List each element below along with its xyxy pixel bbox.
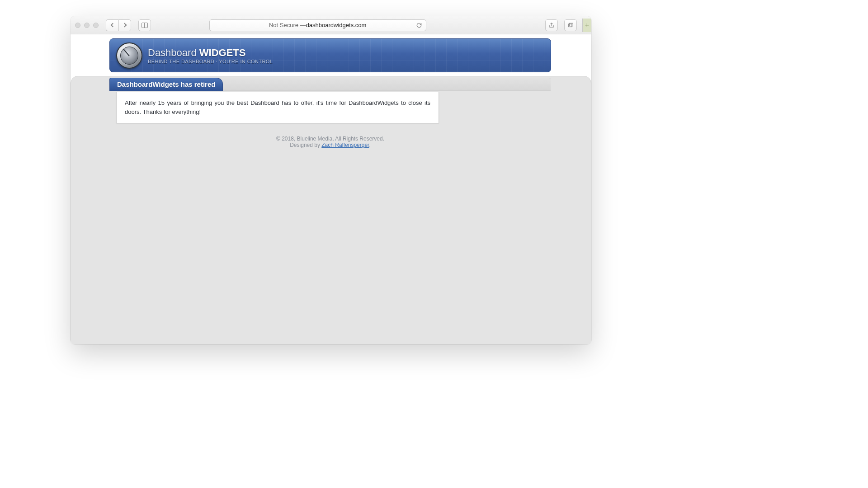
- brand-title-bold: WIDGETS: [199, 47, 246, 58]
- browser-window: Not Secure — dashboardwidgets.com +: [71, 16, 591, 344]
- section-heading: DashboardWidgets has retired: [109, 78, 223, 91]
- chevron-left-icon: [111, 23, 115, 28]
- toolbar-right: +: [542, 19, 587, 32]
- site-banner: Dashboard WIDGETS BEHIND THE DASHBOARD ·…: [109, 38, 551, 72]
- sidebar-icon: [142, 23, 148, 28]
- credit-prefix: Designed by: [290, 142, 321, 148]
- zoom-window-button[interactable]: [93, 23, 99, 28]
- share-icon: [548, 22, 555, 28]
- content-panel: DashboardWidgets has retired After nearl…: [71, 76, 591, 344]
- chevron-right-icon: [122, 23, 127, 28]
- content-inner: DashboardWidgets has retired After nearl…: [110, 78, 551, 344]
- section-heading-bar: DashboardWidgets has retired: [110, 78, 551, 91]
- address-security-label: Not Secure —: [269, 22, 306, 28]
- svg-rect-1: [570, 23, 573, 26]
- reload-button[interactable]: [416, 22, 422, 28]
- svg-rect-0: [568, 24, 572, 27]
- address-bar[interactable]: Not Secure — dashboardwidgets.com: [209, 19, 426, 31]
- designer-link[interactable]: Zach Raffensperger: [321, 142, 369, 148]
- close-window-button[interactable]: [75, 23, 80, 28]
- new-tab-button[interactable]: +: [582, 19, 591, 32]
- credit-suffix: .: [369, 142, 370, 148]
- credit-line: Designed by Zach Raffensperger.: [110, 142, 551, 148]
- brand-text: Dashboard WIDGETS BEHIND THE DASHBOARD ·…: [148, 47, 273, 64]
- titlebar: Not Secure — dashboardwidgets.com +: [71, 16, 591, 34]
- brand-title-light: Dashboard: [148, 47, 199, 58]
- brand-title: Dashboard WIDGETS: [148, 47, 273, 59]
- page-viewport: Dashboard WIDGETS BEHIND THE DASHBOARD ·…: [71, 34, 591, 344]
- address-domain: dashboardwidgets.com: [306, 22, 367, 28]
- gauge-logo-icon: [116, 42, 142, 69]
- share-button[interactable]: [545, 19, 558, 31]
- retirement-message: After nearly 15 years of bringing you th…: [116, 92, 439, 123]
- sidebar-toggle-button[interactable]: [138, 19, 151, 31]
- nav-buttons: [106, 19, 131, 31]
- brand-tagline: BEHIND THE DASHBOARD · YOU'RE IN CONTROL: [148, 59, 273, 64]
- reload-icon: [416, 22, 422, 28]
- show-tabs-button[interactable]: [564, 19, 577, 31]
- plus-icon: +: [585, 21, 589, 29]
- minimize-window-button[interactable]: [84, 23, 90, 28]
- page-footer: © 2018, Blueline Media, All Rights Reser…: [110, 134, 551, 158]
- window-controls: [75, 23, 99, 28]
- copyright-text: © 2018, Blueline Media, All Rights Reser…: [110, 136, 551, 142]
- back-button[interactable]: [106, 19, 118, 31]
- divider: [128, 129, 533, 129]
- forward-button[interactable]: [118, 19, 131, 31]
- tabs-icon: [567, 22, 574, 28]
